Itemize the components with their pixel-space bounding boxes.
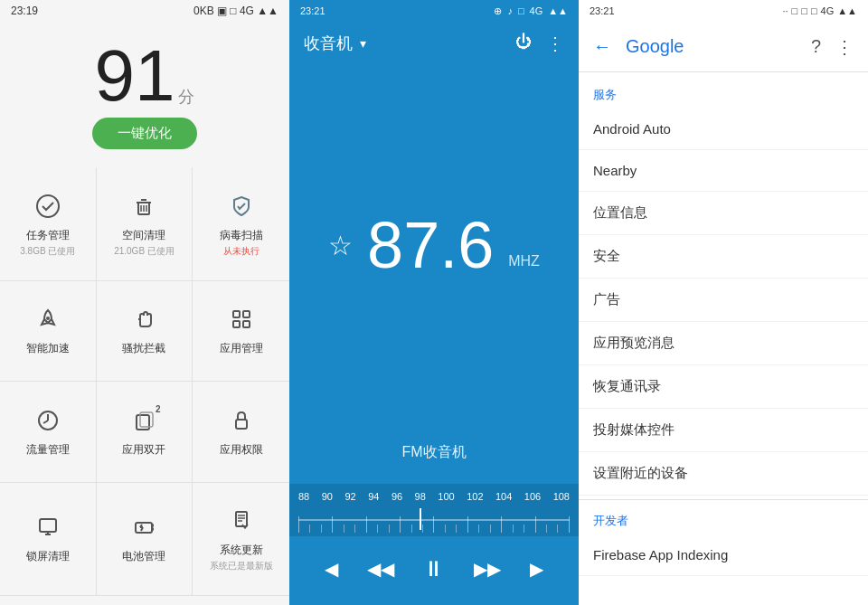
svg-point-7 — [46, 317, 50, 320]
svg-rect-16 — [236, 420, 247, 429]
score-value: 91 — [95, 40, 175, 112]
radio-title-left: 收音机 ▾ — [304, 33, 366, 54]
settings-item-ads[interactable]: 广告 — [579, 279, 868, 322]
google-status-icons: ·· □ □ □ 4G ▲▲ — [782, 5, 857, 16]
forward-button[interactable]: ▶▶ — [468, 553, 506, 585]
grid-item-boost[interactable]: 智能加速 — [0, 281, 97, 383]
settings-item-nearby[interactable]: Nearby — [579, 150, 868, 192]
grid-item-battery[interactable]: 电池管理 — [97, 483, 193, 597]
frequency-scale: 88 90 92 94 96 98 100 102 104 106 108 — [289, 491, 579, 502]
score-unit: 分 — [178, 89, 194, 105]
update-icon — [225, 505, 258, 537]
svg-rect-20 — [136, 523, 152, 533]
panel-google: 23:21 ·· □ □ □ 4G ▲▲ ← Google ? ⋮ 服务 And… — [579, 0, 868, 605]
frequency-number: 87.6 — [367, 208, 494, 282]
grid-item-apps[interactable]: 应用管理 — [193, 281, 289, 383]
grid-item-block[interactable]: 骚扰拦截 — [97, 281, 193, 383]
divider — [579, 499, 868, 500]
update-label: 系统更新 — [220, 543, 263, 558]
svg-rect-17 — [40, 519, 56, 532]
power-icon[interactable]: ⏻ — [515, 33, 532, 54]
svg-rect-11 — [233, 321, 240, 327]
task-icon — [32, 190, 64, 222]
task-label: 任务管理 — [26, 228, 70, 243]
virus-sublabel: 从未执行 — [223, 245, 259, 258]
settings-item-security[interactable]: 安全 — [579, 235, 868, 279]
frequency-display: ☆ 87.6 MHZ — [328, 208, 540, 282]
statusbar-radio: 23:21 ⊕ ♪ □ 4G ▲▲ — [289, 0, 579, 22]
frequency-unit: MHZ — [508, 253, 540, 269]
block-label: 骚扰拦截 — [122, 341, 165, 356]
optimize-button[interactable]: 一键优化 — [92, 118, 197, 149]
apps-label: 应用管理 — [220, 341, 263, 356]
radio-controls: ◀ ◀◀ ⏸ ▶▶ ▶ — [289, 536, 579, 605]
radio-status-time: 23:21 — [300, 5, 326, 16]
update-sublabel: 系统已是最新版 — [210, 560, 273, 572]
back-button[interactable]: ← — [593, 36, 611, 57]
next-button[interactable]: ▶ — [524, 553, 549, 585]
apps-icon — [225, 303, 258, 336]
svg-rect-9 — [233, 311, 240, 317]
grid-item-space[interactable]: 空间清理 21.0GB 已使用 — [97, 167, 193, 281]
settings-item-location[interactable]: 位置信息 — [579, 192, 868, 235]
svg-rect-26 — [236, 512, 247, 526]
grid-item-update[interactable]: 系统更新 系统已是最新版 — [193, 483, 289, 597]
google-settings-list: 服务 Android Auto Nearby 位置信息 安全 广告 应用预览消息… — [579, 72, 868, 605]
section-services-header: 服务 — [579, 72, 868, 109]
star-icon[interactable]: ☆ — [328, 230, 353, 261]
rocket-icon — [32, 303, 64, 336]
shield-icon — [225, 190, 258, 222]
grid-item-virus[interactable]: 病毒扫描 从未执行 — [193, 167, 289, 281]
svg-rect-12 — [243, 321, 250, 327]
virus-label: 病毒扫描 — [220, 228, 263, 243]
perm-label: 应用权限 — [220, 442, 263, 458]
space-sublabel: 21.0GB 已使用 — [114, 245, 175, 258]
statusbar-optimizer: 23:19 0KB ▣ □ 4G ▲▲ — [0, 0, 289, 22]
google-title-icons: ? ⋮ — [811, 36, 854, 58]
screen-icon — [32, 511, 64, 544]
more-icon[interactable]: ⋮ — [546, 33, 564, 54]
svg-rect-10 — [243, 311, 250, 317]
settings-item-android-auto[interactable]: Android Auto — [579, 109, 868, 150]
google-title: Google — [626, 36, 797, 57]
rewind-button[interactable]: ◀◀ — [362, 553, 400, 585]
chevron-down-icon: ▾ — [360, 36, 366, 51]
grid-item-perm[interactable]: 应用权限 — [193, 382, 289, 483]
settings-item-cast[interactable]: 投射媒体控件 — [579, 409, 868, 452]
google-status-time: 23:21 — [590, 5, 615, 16]
section-developer-header: 开发者 — [579, 504, 868, 534]
grid-item-dual[interactable]: 2 应用双开 — [97, 382, 193, 483]
battery-label: 电池管理 — [122, 549, 165, 564]
hand-icon — [127, 303, 160, 336]
dual-label: 应用双开 — [122, 442, 165, 458]
svg-point-0 — [37, 195, 59, 217]
settings-item-app-preview[interactable]: 应用预览消息 — [579, 322, 868, 365]
space-label: 空间清理 — [122, 228, 165, 243]
settings-item-firebase[interactable]: Firebase App Indexing — [579, 534, 868, 576]
boost-label: 智能加速 — [26, 341, 70, 356]
radio-status-icons: ⊕ ♪ □ 4G ▲▲ — [494, 5, 568, 17]
station-name: FM收音机 — [289, 443, 579, 469]
flow-icon — [32, 404, 64, 437]
dual-icon: 2 — [127, 404, 160, 437]
help-icon[interactable]: ? — [811, 36, 821, 58]
pause-button[interactable]: ⏸ — [418, 551, 450, 587]
prev-button[interactable]: ◀ — [319, 553, 344, 585]
radio-titlebar: 收音机 ▾ ⏻ ⋮ — [289, 22, 579, 65]
battery-icon — [127, 511, 160, 544]
grid-item-flow[interactable]: 流量管理 — [0, 382, 97, 483]
tuner-area: 88 90 92 94 96 98 100 102 104 106 108 — [289, 484, 579, 536]
radio-title-text: 收音机 — [304, 33, 353, 54]
more-options-icon[interactable]: ⋮ — [835, 36, 854, 58]
grid-item-task[interactable]: 任务管理 3.8GB 已使用 — [0, 167, 97, 281]
feature-grid: 任务管理 3.8GB 已使用 空间清理 21.0GB 已使用 病毒扫描 从未执行… — [0, 158, 289, 605]
lock2-icon — [225, 404, 258, 437]
radio-title-icons: ⏻ ⋮ — [515, 33, 564, 54]
screen-label: 锁屏清理 — [26, 549, 70, 564]
tuner-bar[interactable] — [289, 506, 579, 533]
settings-item-restore-contacts[interactable]: 恢复通讯录 — [579, 365, 868, 409]
statusbar-google: 23:21 ·· □ □ □ 4G ▲▲ — [579, 0, 868, 22]
settings-item-nearby-devices[interactable]: 设置附近的设备 — [579, 452, 868, 496]
panel-radio: 23:21 ⊕ ♪ □ 4G ▲▲ 收音机 ▾ ⏻ ⋮ ☆ 87.6 MHZ F… — [289, 0, 579, 605]
grid-item-screen[interactable]: 锁屏清理 — [0, 483, 97, 597]
